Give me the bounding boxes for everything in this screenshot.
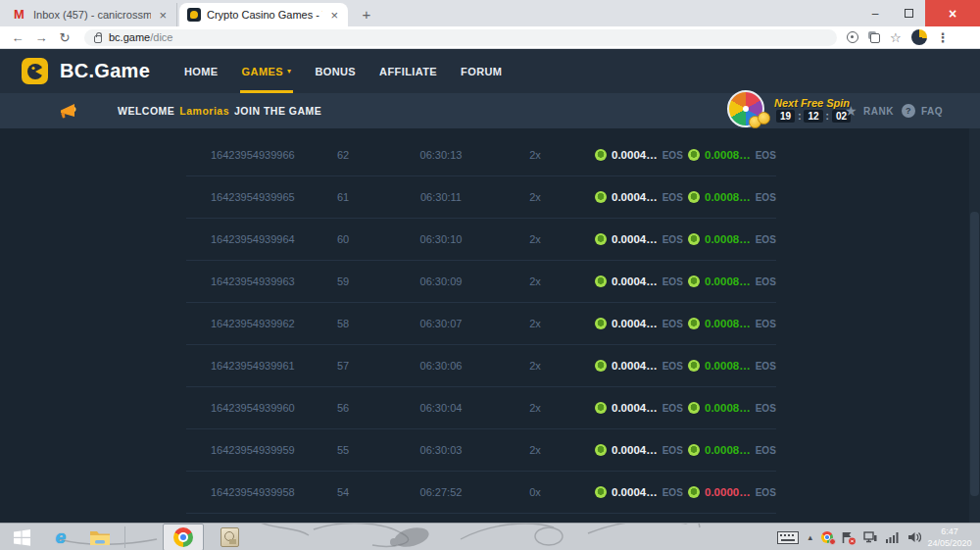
- eos-coin-icon: [688, 233, 700, 245]
- browser-profile-avatar[interactable]: [911, 29, 927, 45]
- tab-bcgame[interactable]: Crypto Casino Games - The 8 Bes ×: [179, 3, 348, 26]
- bet-row[interactable]: 16423954939965 61 06:30:11 2x 0.0004… EO…: [186, 176, 776, 219]
- bet-row[interactable]: 16423954939964 60 06:30:10 2x 0.0004… EO…: [186, 219, 776, 261]
- tab-close-icon[interactable]: ×: [328, 8, 340, 23]
- page-scrollbar[interactable]: [969, 128, 980, 523]
- nav-bonus[interactable]: BONUS: [303, 49, 368, 93]
- tab-gmail[interactable]: M Inbox (457) - canicrossmaxx@gm ×: [6, 3, 177, 26]
- nav-home[interactable]: HOME: [172, 49, 230, 93]
- profit-currency: EOS: [756, 150, 776, 161]
- tray-expand-icon[interactable]: ▴: [808, 532, 812, 542]
- tab-title: Crypto Casino Games - The 8 Bes: [207, 9, 322, 21]
- clock-date: 24/05/2020: [923, 537, 976, 549]
- bet-roll-result: 62: [314, 149, 372, 161]
- window-close-button[interactable]: ×: [925, 0, 980, 26]
- free-spin-wheel[interactable]: [727, 90, 768, 131]
- bet-amount-cell: 0.0004… EOS: [595, 191, 688, 203]
- bet-multiplier: 2x: [510, 149, 561, 161]
- new-tab-button[interactable]: +: [357, 5, 376, 25]
- volume-icon[interactable]: [907, 531, 921, 543]
- taskbar-clock[interactable]: 6:47 24/05/2020: [923, 525, 976, 549]
- bet-profit-cell: 0.0008… EOS: [688, 444, 776, 456]
- eos-coin-icon: [595, 318, 607, 329]
- tab-close-icon[interactable]: ×: [157, 8, 169, 23]
- start-button[interactable]: [6, 524, 37, 550]
- bet-time: 06:30:10: [372, 233, 510, 245]
- bet-profit-cell: 0.0008… EOS: [688, 360, 776, 372]
- eos-coin-icon: [595, 360, 607, 372]
- extension-target-icon[interactable]: [847, 31, 858, 43]
- lock-icon: [94, 35, 102, 43]
- bet-amount-cell: 0.0004… EOS: [595, 486, 688, 498]
- eos-coin-icon: [688, 360, 700, 372]
- touch-keyboard-icon[interactable]: [777, 531, 799, 544]
- address-bar[interactable]: bc.game/dice: [84, 29, 837, 46]
- browser-menu-icon[interactable]: ⋮: [937, 31, 950, 44]
- tray-chrome-icon[interactable]: [821, 531, 833, 543]
- reload-button[interactable]: ↻: [53, 30, 76, 45]
- bet-amount: 0.0004…: [612, 275, 658, 287]
- bet-roll-result: 58: [314, 318, 372, 329]
- bet-amount: 0.0004…: [612, 360, 658, 372]
- faq-link[interactable]: ? FAQ: [902, 93, 943, 128]
- bet-multiplier: 2x: [510, 233, 561, 245]
- profit-currency: EOS: [756, 403, 776, 414]
- rank-link[interactable]: ★ RANK: [845, 93, 894, 128]
- browser-tab-strip: M Inbox (457) - canicrossmaxx@gm × Crypt…: [0, 0, 980, 26]
- window-minimize-button[interactable]: –: [858, 0, 892, 26]
- eos-coin-icon: [688, 444, 700, 456]
- bet-amount: 0.0004…: [612, 191, 658, 203]
- nav-games[interactable]: GAMES▾: [230, 49, 304, 93]
- bet-row[interactable]: 16423954939963 59 06:30:09 2x 0.0004… EO…: [186, 261, 776, 303]
- pc-status-icon[interactable]: [863, 531, 877, 543]
- taskbar-internet-explorer[interactable]: e: [43, 524, 78, 550]
- eos-coin-icon: [688, 149, 700, 161]
- bet-row[interactable]: 16423954939961 57 06:30:06 2x 0.0004… EO…: [186, 345, 776, 387]
- bookmark-star-icon[interactable]: ☆: [890, 31, 902, 44]
- bet-row[interactable]: 16423954939962 58 06:30:07 2x 0.0004… EO…: [186, 303, 776, 345]
- taskbar-chrome-active[interactable]: [163, 524, 204, 550]
- bet-currency: EOS: [662, 403, 683, 414]
- bet-profit: 0.0008…: [705, 444, 751, 456]
- bet-row[interactable]: 16423954939966 62 06:30:13 2x 0.0004… EO…: [186, 134, 776, 176]
- taskbar-notes-app[interactable]: [212, 524, 247, 550]
- eos-coin-icon: [595, 486, 607, 498]
- bet-time: 06:30:07: [372, 318, 510, 329]
- eos-coin-icon: [688, 318, 700, 329]
- forward-button[interactable]: →: [29, 30, 53, 45]
- bet-row[interactable]: 16423954939960 56 06:30:04 2x 0.0004… EO…: [186, 387, 776, 429]
- free-spin-label: Next Free Spin: [774, 97, 850, 109]
- bet-currency: EOS: [662, 487, 683, 498]
- bet-id: 16423954939960: [186, 402, 314, 414]
- megaphone-icon: [59, 102, 78, 120]
- eos-coin-icon: [688, 486, 700, 498]
- bet-row[interactable]: 16423954939958 54 06:27:52 0x 0.0004… EO…: [186, 472, 776, 514]
- network-signal-icon[interactable]: [886, 532, 899, 543]
- bet-amount-cell: 0.0004… EOS: [595, 233, 688, 245]
- translate-icon[interactable]: [868, 31, 880, 43]
- window-restore-button[interactable]: [892, 0, 925, 26]
- bet-amount: 0.0004…: [612, 402, 658, 414]
- bet-multiplier: 2x: [510, 318, 561, 329]
- chevron-down-icon: ▾: [287, 68, 291, 75]
- bet-multiplier: 2x: [510, 275, 561, 287]
- browser-toolbar: ← → ↻ bc.game/dice ☆ ⋮: [0, 26, 980, 49]
- bcgame-logo[interactable]: BC.Game: [22, 58, 150, 84]
- back-button[interactable]: ←: [6, 30, 29, 45]
- bet-amount-cell: 0.0004… EOS: [595, 275, 688, 287]
- bet-row[interactable]: 16423954939959 55 06:30:03 2x 0.0004… EO…: [186, 429, 776, 472]
- taskbar-file-explorer[interactable]: [82, 524, 118, 550]
- eos-coin-icon: [595, 233, 607, 245]
- bet-amount-cell: 0.0004… EOS: [595, 444, 688, 456]
- bet-roll-result: 57: [314, 360, 372, 372]
- window-controls: – ×: [858, 0, 980, 26]
- scrollbar-thumb[interactable]: [970, 212, 979, 496]
- rank-star-icon: ★: [845, 103, 858, 119]
- bet-amount-cell: 0.0004… EOS: [595, 402, 688, 414]
- page-content: 16423954939966 62 06:30:13 2x 0.0004… EO…: [0, 128, 980, 523]
- promo-banner: WELCOME Lamorias JOIN THE GAME Next Free…: [0, 93, 980, 128]
- nav-affiliate[interactable]: AFFILIATE: [368, 49, 449, 93]
- nav-forum[interactable]: FORUM: [449, 49, 514, 93]
- bet-amount-cell: 0.0004… EOS: [595, 149, 688, 161]
- action-center-flag-icon[interactable]: [842, 531, 855, 544]
